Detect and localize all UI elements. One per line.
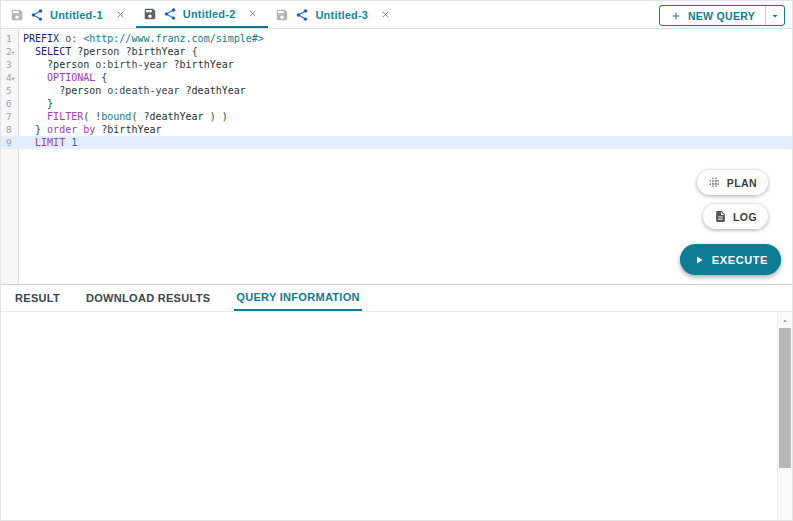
editor-line[interactable]: 9▾ LIMIT 1 — [1, 136, 792, 149]
graph-share-icon — [295, 8, 309, 22]
new-query-main[interactable]: NEW QUERY — [660, 6, 765, 25]
plan-button-label: PLAN — [727, 177, 757, 189]
editor-line-code: FILTER( !bound( ?deathYear ) ) — [19, 110, 228, 123]
save-icon[interactable] — [143, 7, 157, 21]
editor-line-code: OPTIONAL { — [19, 71, 107, 84]
sparql-editor[interactable]: 1▾ PREFIX o: <http://www.franz.com/simpl… — [1, 30, 792, 284]
new-query-label: NEW QUERY — [688, 10, 755, 22]
query-tab-bar: Untitled-1 Untitled-2 Untitled-3 NE — [1, 1, 792, 29]
close-icon[interactable] — [247, 8, 258, 19]
line-number: 3▾ — [1, 58, 19, 71]
results-tab-download-results[interactable]: DOWNLOAD RESULTS — [84, 285, 212, 311]
execute-button-label: EXECUTE — [712, 254, 768, 266]
query-tab-label: Untitled-2 — [183, 8, 236, 20]
editor-line-code: SELECT ?person ?birthYear { — [19, 45, 198, 58]
editor-line-code: LIMIT 1 — [19, 136, 77, 149]
execute-button[interactable]: EXECUTE — [680, 244, 781, 275]
editor-line-code: ?person o:birth-year ?birthYear — [19, 58, 234, 71]
query-tab-label: Untitled-1 — [50, 9, 103, 21]
triangle-up-icon — [780, 316, 790, 326]
line-number: 2▾ — [1, 45, 19, 58]
editor-line-code: PREFIX o: <http://www.franz.com/simple#> — [19, 32, 264, 45]
line-number: 7▾ — [1, 110, 19, 123]
close-icon[interactable] — [380, 9, 391, 20]
editor-line[interactable]: 1▾ PREFIX o: <http://www.franz.com/simpl… — [1, 32, 792, 45]
save-icon[interactable] — [10, 8, 24, 22]
close-icon[interactable] — [115, 9, 126, 20]
editor-line-code: } order by ?birthYear — [19, 123, 162, 136]
plan-button[interactable]: PLAN — [697, 170, 768, 195]
log-button[interactable]: LOG — [703, 204, 768, 229]
scrollbar-thumb[interactable] — [779, 328, 791, 468]
sparql-query-app: Untitled-1 Untitled-2 Untitled-3 NE — [0, 0, 793, 521]
editor-line[interactable]: 2▾ SELECT ?person ?birthYear { — [1, 45, 792, 58]
document-icon — [714, 210, 727, 223]
save-icon[interactable] — [275, 8, 289, 22]
new-query-button[interactable]: NEW QUERY — [659, 5, 785, 26]
line-number: 6▾ — [1, 97, 19, 110]
grid-icon — [708, 176, 721, 189]
results-tab-bar: RESULT DOWNLOAD RESULTS QUERY INFORMATIO… — [1, 285, 792, 312]
results-tab-query-information[interactable]: QUERY INFORMATION — [234, 285, 361, 311]
graph-share-icon — [163, 7, 177, 21]
line-number: 5▾ — [1, 84, 19, 97]
line-number: 1▾ — [1, 32, 19, 45]
results-tab-label: QUERY INFORMATION — [236, 291, 359, 303]
plus-icon — [670, 10, 682, 22]
scroll-up-button[interactable] — [778, 315, 792, 327]
editor-line[interactable]: 5▾ ?person o:death-year ?deathYear — [1, 84, 792, 97]
log-button-label: LOG — [733, 211, 757, 223]
editor-code-lines: 1▾ PREFIX o: <http://www.franz.com/simpl… — [1, 32, 792, 149]
results-tab-result[interactable]: RESULT — [13, 285, 62, 311]
editor-line[interactable]: 3▾ ?person o:birth-year ?birthYear — [1, 58, 792, 71]
results-tab-label: DOWNLOAD RESULTS — [86, 292, 210, 304]
line-number: 4▾ — [1, 71, 19, 84]
panel-scrollbar[interactable] — [777, 313, 792, 520]
editor-line-code: } — [19, 97, 53, 110]
editor-line[interactable]: 4▾ OPTIONAL { — [1, 71, 792, 84]
line-number: 9▾ — [1, 136, 19, 149]
graph-share-icon — [30, 8, 44, 22]
line-number: 8▾ — [1, 123, 19, 136]
query-information-panel: Variables: ?person ?birthYear Informatio… — [1, 313, 777, 520]
query-tabs: Untitled-1 Untitled-2 Untitled-3 — [1, 1, 401, 28]
editor-line[interactable]: 8▾ } order by ?birthYear — [1, 123, 792, 136]
query-tab-label: Untitled-3 — [315, 9, 368, 21]
query-tab-untitled-1[interactable]: Untitled-1 — [3, 1, 136, 28]
new-query-dropdown[interactable] — [765, 6, 784, 25]
chevron-down-icon — [769, 10, 781, 22]
editor-line-code: ?person o:death-year ?deathYear — [19, 84, 246, 97]
results-tab-label: RESULT — [15, 292, 60, 304]
editor-line[interactable]: 7▾ FILTER( !bound( ?deathYear ) ) — [1, 110, 792, 123]
query-tab-untitled-3[interactable]: Untitled-3 — [268, 1, 401, 28]
query-tab-untitled-2[interactable]: Untitled-2 — [136, 1, 269, 28]
editor-line[interactable]: 6▾ } — [1, 97, 792, 110]
play-icon — [693, 254, 705, 266]
